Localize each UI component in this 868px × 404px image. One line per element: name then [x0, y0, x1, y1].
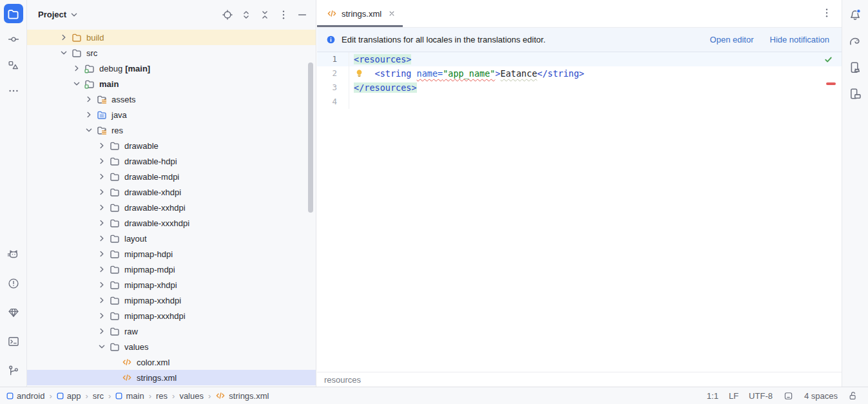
tree-item-color-xml[interactable]: color.xml	[27, 354, 316, 370]
tree-item-drawable-xhdpi[interactable]: drawable-xhdpi	[27, 184, 316, 200]
chevron-right-icon[interactable]	[97, 171, 107, 182]
app-quality-insights-tool-button[interactable]	[4, 303, 23, 322]
code-line-2[interactable]: 2 <string name="app_name">Eatance</strin…	[317, 66, 842, 81]
code-line-1[interactable]: 1<resources>	[317, 52, 842, 66]
nav-item-app[interactable]: app	[57, 391, 81, 401]
gradle-button[interactable]	[847, 34, 863, 49]
hide-notification-link[interactable]: Hide notification	[770, 35, 830, 44]
translations-notification-banner: Edit translations for all locales in the…	[317, 28, 842, 52]
chevron-right-icon[interactable]	[97, 156, 107, 166]
project-scrollbar[interactable]	[308, 63, 313, 213]
panel-options-button[interactable]	[276, 8, 291, 22]
tree-item-java[interactable]: java	[27, 107, 316, 122]
chevron-down-icon[interactable]	[69, 10, 79, 20]
nav-item-main[interactable]: main	[115, 391, 144, 401]
popup-widget-icon[interactable]	[783, 390, 794, 401]
chevron-right-icon[interactable]	[97, 249, 107, 259]
tree-item-values[interactable]: values	[27, 339, 316, 354]
tree-item-mipmap-xxxhdpi[interactable]: mipmap-xxxhdpi	[27, 308, 316, 323]
more-tools-tool-button[interactable]	[4, 81, 23, 101]
indent-widget[interactable]: 4 spaces	[804, 391, 838, 401]
close-icon[interactable]	[387, 9, 396, 18]
chevron-right-icon[interactable]	[97, 264, 107, 274]
code-line-4[interactable]: 4	[317, 95, 842, 109]
tree-item-assets[interactable]: assets	[27, 91, 316, 107]
notifications-button[interactable]	[847, 7, 863, 23]
project-panel-title[interactable]: Project	[38, 10, 66, 19]
hide-panel-button[interactable]	[295, 8, 309, 22]
gutter	[337, 81, 349, 95]
chevron-down-icon[interactable]	[59, 48, 69, 58]
chevron-right-icon[interactable]	[97, 295, 107, 305]
tree-item-label: mipmap-xhdpi	[124, 280, 177, 290]
chevron-right-icon[interactable]	[97, 218, 107, 228]
chevron-right-icon[interactable]	[97, 311, 107, 321]
project-tool-button[interactable]	[4, 4, 23, 23]
logcat-tool-button[interactable]	[4, 245, 23, 264]
expand-all-button[interactable]	[239, 8, 253, 22]
tree-item-mipmap-xxhdpi[interactable]: mipmap-xxhdpi	[27, 293, 316, 308]
chevron-right-icon[interactable]	[97, 233, 107, 244]
tree-item-res[interactable]: res	[27, 122, 316, 138]
tree-item-strings-xml[interactable]: strings.xml	[27, 370, 316, 385]
chevron-right-icon[interactable]	[97, 187, 107, 197]
tree-item-drawable-hdpi[interactable]: drawable-hdpi	[27, 153, 316, 169]
tree-item-drawable[interactable]: drawable	[27, 138, 316, 153]
line-number: 1	[317, 52, 337, 66]
nav-item-res[interactable]: res	[156, 391, 168, 401]
tree-item-build[interactable]: build	[27, 30, 316, 45]
select-opened-file-button[interactable]	[220, 8, 235, 22]
terminal-tool-button[interactable]	[4, 332, 23, 351]
encoding-widget[interactable]: UTF-8	[749, 391, 773, 401]
problems-tool-button[interactable]	[4, 274, 23, 293]
chevron-right-icon[interactable]	[84, 94, 94, 104]
commit-icon	[7, 33, 20, 46]
chevron-down-icon[interactable]	[72, 79, 82, 89]
chevron-right-icon[interactable]	[97, 326, 107, 336]
commit-tool-button[interactable]	[4, 30, 23, 49]
chevron-right-icon[interactable]	[97, 140, 107, 151]
tree-item-mipmap-xhdpi[interactable]: mipmap-xhdpi	[27, 277, 316, 293]
tree-item-src[interactable]: src	[27, 45, 316, 61]
tree-item-drawable-mdpi[interactable]: drawable-mdpi	[27, 169, 316, 184]
chevron-down-icon[interactable]	[97, 341, 107, 352]
open-editor-link[interactable]: Open editor	[710, 35, 754, 44]
nav-item-values[interactable]: values	[179, 391, 204, 401]
tree-item-mipmap-hdpi[interactable]: mipmap-hdpi	[27, 246, 316, 262]
line-separator-widget[interactable]: LF	[729, 391, 738, 401]
code-editor[interactable]: 1<resources>2 <string name="app_name">Ea…	[317, 52, 842, 372]
tree-item-label: assets	[111, 95, 136, 104]
chevron-right-icon[interactable]	[84, 110, 94, 120]
nav-item-strings-xml[interactable]: strings.xml	[215, 390, 269, 401]
caret-position-widget[interactable]: 1:1	[707, 391, 719, 401]
chevron-right-icon[interactable]	[97, 202, 107, 213]
chevron-right-icon[interactable]	[97, 280, 107, 290]
breadcrumb-resources[interactable]: resources	[324, 375, 361, 385]
chevron-down-icon[interactable]	[84, 125, 94, 135]
intention-bulb-icon[interactable]	[355, 69, 363, 77]
collapse-all-button[interactable]	[258, 8, 272, 22]
error-stripe-mark[interactable]	[826, 82, 836, 85]
tree-item-main[interactable]: main	[27, 76, 316, 91]
nav-item-android[interactable]: android	[6, 391, 44, 401]
chevron-right-icon[interactable]	[59, 32, 69, 43]
tree-item-mipmap-mdpi[interactable]: mipmap-mdpi	[27, 262, 316, 277]
code-line-3[interactable]: 3</resources>	[317, 81, 842, 95]
tree-item-drawable-xxxhdpi[interactable]: drawable-xxxhdpi	[27, 215, 316, 231]
tree-item-drawable-xxhdpi[interactable]: drawable-xxhdpi	[27, 200, 316, 215]
tree-item-debug[interactable]: debug[main]	[27, 61, 316, 76]
inspections-ok-icon[interactable]	[824, 55, 833, 64]
nav-item-src[interactable]: src	[93, 391, 104, 401]
structure-tool-button[interactable]	[4, 55, 23, 75]
chevron-right-icon[interactable]	[72, 63, 82, 73]
editor-options-kebab-icon[interactable]	[820, 6, 833, 19]
device-manager-button[interactable]	[847, 60, 863, 75]
unlocked-icon[interactable]	[848, 390, 859, 401]
tree-item-raw[interactable]: raw	[27, 323, 316, 339]
tree-item-label: main	[99, 79, 119, 89]
running-devices-button[interactable]	[847, 86, 863, 102]
project-panel-header: Project	[27, 0, 316, 29]
tab-strings-xml[interactable]: strings.xml	[317, 0, 403, 27]
version-control-tool-button[interactable]	[4, 361, 23, 380]
tree-item-layout[interactable]: layout	[27, 231, 316, 246]
